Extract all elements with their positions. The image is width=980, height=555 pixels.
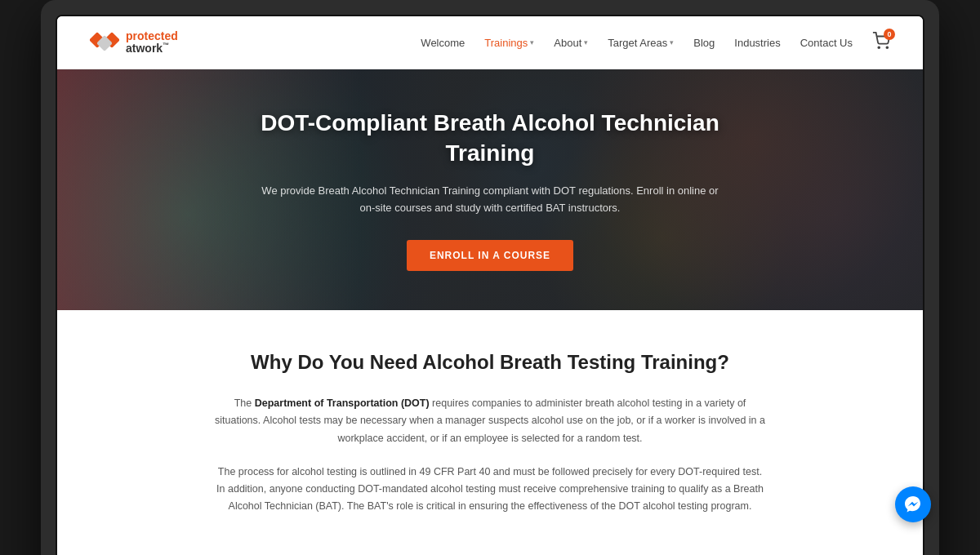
content-paragraph1: The Department of Transportation (DOT) r…: [212, 395, 768, 447]
enroll-button[interactable]: ENROLL IN A COURSE: [407, 240, 573, 271]
nav-trainings[interactable]: Trainings ▾: [484, 37, 534, 49]
hero-content: DOT-Compliant Breath Alcohol Technician …: [212, 109, 768, 270]
nav-welcome[interactable]: Welcome: [421, 37, 465, 49]
cart-count: 0: [884, 29, 895, 40]
site-header: protected atwork™ Welcome Trainings ▾ Ab…: [57, 16, 923, 69]
nav-contact[interactable]: Contact Us: [800, 37, 853, 49]
content-paragraph2: The process for alcohol testing is outli…: [212, 464, 768, 516]
hero-subtitle: We provide Breath Alcohol Technician Tra…: [261, 183, 719, 217]
svg-point-4: [886, 47, 888, 48]
logo[interactable]: protected atwork™: [90, 28, 178, 57]
svg-point-3: [878, 47, 880, 48]
messenger-button[interactable]: [895, 486, 931, 522]
laptop-screen: protected atwork™ Welcome Trainings ▾ Ab…: [56, 15, 924, 555]
nav-about[interactable]: About ▾: [554, 37, 588, 49]
nav-target-areas[interactable]: Target Areas ▾: [608, 37, 674, 49]
main-nav: Welcome Trainings ▾ About ▾ Target Areas…: [421, 32, 890, 53]
trainings-chevron-icon: ▾: [530, 38, 534, 47]
website: protected atwork™ Welcome Trainings ▾ Ab…: [57, 16, 923, 555]
laptop-frame: protected atwork™ Welcome Trainings ▾ Ab…: [41, 0, 939, 555]
content-heading: Why Do You Need Alcohol Breath Testing T…: [90, 351, 890, 374]
logo-text: protected atwork™: [126, 30, 178, 56]
target-areas-chevron-icon: ▾: [670, 38, 674, 47]
content-section: Why Do You Need Alcohol Breath Testing T…: [57, 310, 923, 555]
nav-blog[interactable]: Blog: [693, 37, 715, 49]
messenger-icon: [903, 495, 923, 514]
hero-section: DOT-Compliant Breath Alcohol Technician …: [57, 69, 923, 310]
logo-line1: protected: [126, 30, 178, 42]
hero-title: DOT-Compliant Breath Alcohol Technician …: [229, 109, 751, 168]
cart-button[interactable]: 0: [872, 32, 890, 53]
logo-icon: [90, 28, 119, 57]
nav-industries[interactable]: Industries: [734, 37, 780, 49]
dot-bold: Department of Transportation (DOT): [255, 397, 430, 409]
logo-line2: atwork™: [126, 42, 178, 55]
about-chevron-icon: ▾: [584, 38, 588, 47]
